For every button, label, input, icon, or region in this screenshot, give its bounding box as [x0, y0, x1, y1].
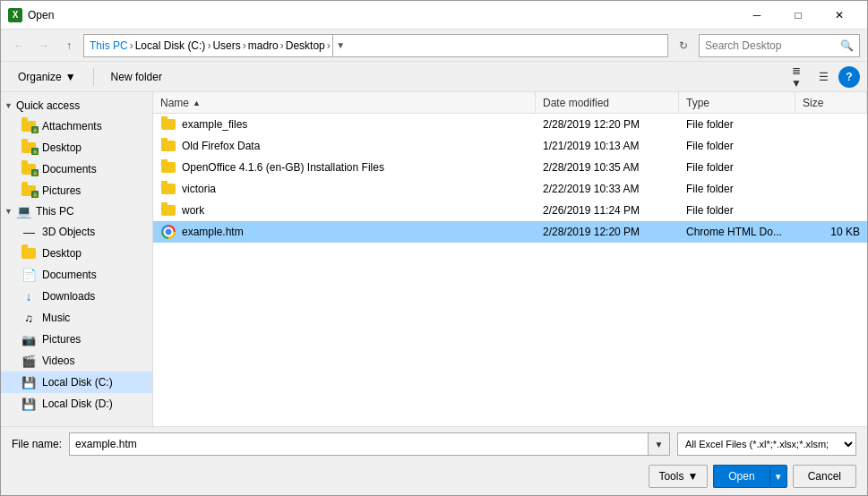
sidebar-item-videos[interactable]: 🎬 Videos: [1, 350, 152, 372]
toolbar: Organize ▼ New folder ≣ ▼ ☰ ?: [1, 62, 867, 92]
open-button[interactable]: Open: [713, 465, 769, 488]
file-name-cell: example_files: [153, 116, 536, 133]
toolbar-right-area: ≣ ▼ ☰ ?: [785, 65, 860, 89]
sidebar-item-documents[interactable]: 🔒 Documents: [1, 158, 152, 180]
back-button[interactable]: ←: [8, 35, 30, 56]
sidebar-item-3d-objects[interactable]: ⸻ 3D Objects: [1, 221, 152, 243]
attachments-icon: 🔒: [21, 118, 37, 134]
sidebar-label-desktop2: Desktop: [42, 247, 82, 260]
col-header-date[interactable]: Date modified: [536, 92, 679, 113]
table-row[interactable]: work 2/26/2019 11:24 PM File folder: [153, 200, 867, 221]
filename-input[interactable]: [69, 432, 649, 456]
tools-dropdown-icon: ▼: [687, 470, 698, 483]
music-icon: ♫: [21, 310, 37, 326]
breadcrumb-desktop: Desktop: [286, 39, 325, 52]
tools-button[interactable]: Tools ▼: [649, 465, 708, 488]
window-controls: ─ □ ✕: [736, 1, 860, 30]
table-row[interactable]: example.htm 2/28/2019 12:20 PM Chrome HT…: [153, 221, 867, 243]
maximize-button[interactable]: □: [778, 1, 819, 30]
view-toggle-button[interactable]: ≣ ▼: [785, 65, 808, 89]
file-type: File folder: [679, 118, 795, 131]
file-rows-container: example_files 2/28/2019 12:20 PM File fo…: [153, 114, 867, 243]
close-button[interactable]: ✕: [819, 1, 860, 30]
filename-dropdown-button[interactable]: ▼: [649, 432, 670, 456]
organize-dropdown-icon: ▼: [65, 71, 76, 83]
sidebar-item-documents2[interactable]: 📄 Documents: [1, 264, 152, 286]
sidebar-label-documents: Documents: [42, 163, 97, 175]
sidebar-label-local-c: Local Disk (C:): [42, 376, 113, 389]
file-name-cell: work: [153, 202, 536, 218]
action-row: Tools ▼ Open ▼ Cancel: [1, 461, 867, 495]
refresh-button[interactable]: ↻: [672, 34, 695, 57]
file-icon: [160, 202, 176, 218]
sidebar-item-local-c[interactable]: 💾 Local Disk (C:): [1, 372, 152, 393]
new-folder-button[interactable]: New folder: [101, 65, 172, 89]
sidebar-item-desktop[interactable]: 🔒 Desktop: [1, 137, 152, 158]
local-c-icon: 💾: [21, 374, 37, 390]
quick-access-label: Quick access: [16, 99, 80, 112]
address-box[interactable]: This PC › Local Disk (C:) › Users › madr…: [83, 34, 668, 57]
sidebar-item-attachments[interactable]: 🔒 Attachments: [1, 115, 152, 137]
bottom-area: File name: ▼ All Excel Files (*.xl*;*.xl…: [1, 426, 867, 495]
file-type: File folder: [679, 161, 795, 174]
file-type: File folder: [679, 140, 795, 152]
sidebar-item-desktop2[interactable]: Desktop: [1, 243, 152, 264]
filetype-select[interactable]: All Excel Files (*.xl*;*.xlsx;*.xlsm;: [677, 432, 856, 456]
file-name: victoria: [182, 183, 216, 195]
main-content: ▼ Quick access 🔒 Attachments: [1, 92, 867, 426]
open-button-group: Open ▼: [713, 465, 786, 488]
table-row[interactable]: Old Firefox Data 1/21/2019 10:13 AM File…: [153, 135, 867, 157]
sidebar-label-downloads: Downloads: [42, 290, 95, 303]
organize-button[interactable]: Organize ▼: [8, 65, 86, 89]
col-header-type[interactable]: Type: [679, 92, 795, 113]
file-list-header: Name ▲ Date modified Type Size: [153, 92, 867, 114]
file-name-cell: victoria: [153, 181, 536, 197]
quick-access-header[interactable]: ▼ Quick access: [1, 96, 152, 115]
pictures-icon: 🔒: [21, 183, 37, 199]
file-name-cell: OpenOffice 4.1.6 (en-GB) Installation Fi…: [153, 159, 536, 175]
file-date: 2/28/2019 12:20 PM: [536, 118, 679, 131]
minimize-button[interactable]: ─: [736, 1, 778, 30]
sidebar-item-pictures2[interactable]: 📷 Pictures: [1, 329, 152, 350]
file-date: 1/21/2019 10:13 AM: [536, 140, 679, 152]
file-icon: [160, 181, 176, 197]
file-name-cell: Old Firefox Data: [153, 138, 536, 154]
search-icon: 🔍: [840, 39, 854, 52]
forward-button[interactable]: →: [33, 35, 55, 56]
sidebar-item-local-d[interactable]: 💾 Local Disk (D:): [1, 393, 152, 415]
local-d-icon: 💾: [21, 396, 37, 412]
preview-pane-button[interactable]: ☰: [812, 65, 835, 89]
file-name: OpenOffice 4.1.6 (en-GB) Installation Fi…: [182, 161, 384, 174]
this-pc-header[interactable]: ▼ 💻 This PC: [1, 201, 152, 221]
file-icon: [160, 138, 176, 154]
filetype-select-wrap: All Excel Files (*.xl*;*.xlsx;*.xlsm;: [677, 432, 856, 456]
file-date: 2/28/2019 12:20 PM: [536, 226, 679, 238]
quick-access-chevron: ▼: [4, 101, 13, 110]
cancel-button[interactable]: Cancel: [793, 465, 856, 488]
file-icon: [160, 224, 176, 240]
table-row[interactable]: OpenOffice 4.1.6 (en-GB) Installation Fi…: [153, 157, 867, 178]
search-input[interactable]: [705, 39, 840, 52]
videos-icon: 🎬: [21, 353, 37, 369]
breadcrumb: This PC › Local Disk (C:) › Users › madr…: [90, 39, 332, 52]
sidebar-item-music[interactable]: ♫ Music: [1, 307, 152, 329]
search-box: 🔍: [699, 34, 860, 57]
address-dropdown-button[interactable]: ▼: [332, 34, 348, 57]
table-row[interactable]: victoria 2/22/2019 10:33 AM File folder: [153, 178, 867, 200]
open-dropdown-button[interactable]: ▼: [769, 465, 787, 488]
this-pc-chevron: ▼: [4, 207, 13, 216]
sidebar-label-music: Music: [42, 312, 70, 324]
file-type: Chrome HTML Do...: [679, 226, 795, 238]
help-button[interactable]: ?: [838, 66, 860, 88]
sidebar-label-pictures2: Pictures: [42, 333, 81, 346]
col-header-size[interactable]: Size: [795, 92, 867, 113]
file-icon: [160, 116, 176, 133]
sidebar-item-pictures[interactable]: 🔒 Pictures: [1, 180, 152, 201]
breadcrumb-this-pc: This PC: [90, 39, 128, 52]
up-button[interactable]: ↑: [58, 35, 80, 56]
table-row[interactable]: example_files 2/28/2019 12:20 PM File fo…: [153, 114, 867, 135]
filename-input-wrap: ▼: [69, 432, 670, 456]
sidebar-item-downloads[interactable]: ↓ Downloads: [1, 286, 152, 307]
sidebar-label-3d: 3D Objects: [42, 226, 95, 238]
col-header-name[interactable]: Name ▲: [153, 92, 536, 113]
